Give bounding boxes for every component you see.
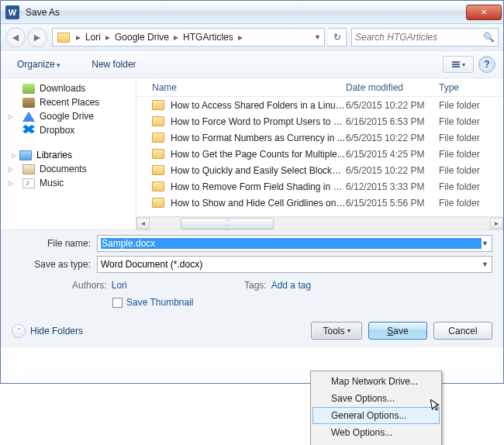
file-date: 6/16/2015 6:53 PM [346, 116, 439, 127]
menu-item[interactable]: Save Options... [312, 390, 440, 407]
new-folder-button[interactable]: New folder [83, 55, 144, 74]
file-type: File folder [439, 165, 480, 176]
file-name: How to Remove Form Field Shading in W... [171, 181, 346, 192]
breadcrumb-dropdown-icon[interactable]: ▼ [312, 33, 323, 41]
horizontal-scrollbar[interactable]: ◄ ► [136, 216, 503, 229]
menu-item[interactable]: Map Network Drive... [312, 373, 440, 390]
music-icon [22, 178, 35, 188]
tree-item-recent[interactable]: Recent Places [1, 95, 136, 109]
folder-icon [152, 165, 164, 175]
col-date[interactable]: Date modified [346, 82, 439, 93]
file-name: How to Get the Page Counts for Multiple.… [171, 149, 346, 160]
file-date: 6/15/2015 4:25 PM [346, 149, 439, 160]
file-list[interactable]: How to Access Shared Folders in a Linux … [136, 97, 503, 216]
dropbox-icon [22, 125, 35, 136]
folder-icon [152, 198, 164, 208]
documents-icon [22, 164, 35, 174]
tags-label: Tags: [244, 280, 271, 291]
folder-icon [152, 133, 164, 143]
savetype-dropdown-icon[interactable]: ▼ [482, 260, 488, 268]
filename-field[interactable]: Sample.docx ▼ [97, 235, 492, 252]
table-row[interactable]: How to Force Word to Prompt Users to O..… [136, 113, 503, 129]
recent-icon [22, 98, 35, 108]
file-date: 6/15/2015 5:56 PM [346, 198, 439, 209]
save-thumbnail-label: Save Thumbnail [126, 297, 194, 308]
table-row[interactable]: How to Quickly and Easily Select Blocks … [136, 162, 503, 178]
breadcrumb-segment[interactable]: HTGArticles [181, 32, 235, 43]
tree-item-music[interactable]: Music [1, 176, 136, 190]
nav-forward-button[interactable]: ► [27, 27, 47, 47]
filename-dropdown-icon[interactable]: ▼ [482, 240, 488, 247]
scroll-right-button[interactable]: ► [490, 218, 503, 229]
folder-icon [152, 181, 164, 191]
folder-icon [152, 149, 164, 159]
close-button[interactable]: ✕ [466, 5, 502, 20]
tree-item-gdrive[interactable]: Google Drive [1, 109, 136, 123]
gdrive-icon [22, 112, 35, 122]
file-name: How to Format Numbers as Currency in ... [171, 133, 346, 143]
scroll-left-button[interactable]: ◄ [136, 218, 150, 229]
table-row[interactable]: How to Remove Form Field Shading in W...… [136, 178, 503, 195]
tools-button[interactable]: Tools [311, 322, 362, 340]
hide-folders-button[interactable]: ˄ Hide Folders [12, 324, 83, 338]
help-button[interactable]: ? [478, 56, 495, 73]
word-app-icon: W [5, 5, 19, 19]
authors-value[interactable]: Lori [112, 280, 127, 291]
savetype-value: Word Document (*.docx) [101, 259, 482, 270]
save-thumbnail-checkbox[interactable] [112, 298, 123, 308]
tree-group-libraries[interactable]: ▷Libraries [1, 148, 136, 162]
file-name: How to Show and Hide Cell Gridlines on .… [171, 198, 346, 209]
table-row[interactable]: How to Show and Hide Cell Gridlines on .… [136, 195, 503, 211]
file-date: 6/12/2015 3:33 PM [346, 181, 439, 192]
scroll-thumb[interactable] [181, 218, 274, 229]
column-headers[interactable]: Name Date modified Type [136, 78, 503, 97]
file-type: File folder [439, 149, 480, 160]
search-box[interactable]: 🔍 [351, 28, 499, 47]
refresh-button[interactable]: ↻ [328, 28, 347, 47]
libraries-icon [19, 150, 32, 160]
tags-value[interactable]: Add a tag [271, 280, 311, 291]
file-name: How to Access Shared Folders in a Linux … [171, 100, 346, 111]
file-type: File folder [439, 181, 480, 192]
downloads-icon [22, 84, 35, 94]
filename-label: File name: [12, 238, 97, 249]
folder-icon [57, 33, 70, 43]
folder-icon [152, 100, 164, 110]
menu-item[interactable]: General Options... [312, 407, 440, 424]
folder-tree[interactable]: Downloads Recent Places Google Drive Dro… [1, 78, 136, 229]
table-row[interactable]: How to Get the Page Counts for Multiple.… [136, 146, 503, 162]
menu-item[interactable]: Web Options... [312, 424, 440, 441]
organize-button[interactable]: Organize [9, 55, 69, 74]
file-type: File folder [439, 116, 480, 127]
search-input[interactable] [355, 32, 483, 43]
savetype-label: Save as type: [12, 259, 97, 270]
window-title: Save As [26, 7, 60, 18]
col-name[interactable]: Name [152, 82, 346, 93]
tools-menu[interactable]: Map Network Drive...Save Options...Gener… [310, 371, 442, 445]
tree-item-dropbox[interactable]: Dropbox [1, 123, 136, 137]
tree-item-downloads[interactable]: Downloads [1, 81, 136, 95]
folder-icon [152, 116, 164, 126]
filename-value[interactable]: Sample.docx [101, 238, 482, 249]
chevron-up-icon: ˄ [12, 324, 26, 338]
file-date: 6/5/2015 10:22 PM [346, 133, 439, 143]
file-name: How to Force Word to Prompt Users to O..… [171, 116, 346, 127]
file-type: File folder [439, 198, 480, 209]
search-icon: 🔍 [483, 32, 495, 43]
menu-item[interactable]: Compress Pictures... [312, 441, 440, 445]
savetype-field[interactable]: Word Document (*.docx) ▼ [97, 256, 492, 273]
file-date: 6/5/2015 10:22 PM [346, 100, 439, 111]
tree-item-documents[interactable]: Documents [1, 162, 136, 176]
breadcrumb-segment[interactable]: Google Drive [113, 32, 171, 43]
file-type: File folder [439, 100, 480, 111]
breadcrumb[interactable]: ▸ Lori▸ Google Drive▸ HTGArticles▸ ▼ [52, 28, 325, 47]
file-type: File folder [439, 133, 480, 143]
table-row[interactable]: How to Access Shared Folders in a Linux … [136, 97, 503, 113]
breadcrumb-segment[interactable]: Lori [84, 32, 102, 43]
save-button[interactable]: Save [368, 322, 427, 340]
nav-back-button[interactable]: ◄ [5, 27, 26, 47]
table-row[interactable]: How to Format Numbers as Currency in ...… [136, 129, 503, 146]
col-type[interactable]: Type [439, 82, 501, 93]
cancel-button[interactable]: Cancel [433, 322, 492, 340]
view-options-button[interactable]: ▾ [443, 56, 474, 73]
